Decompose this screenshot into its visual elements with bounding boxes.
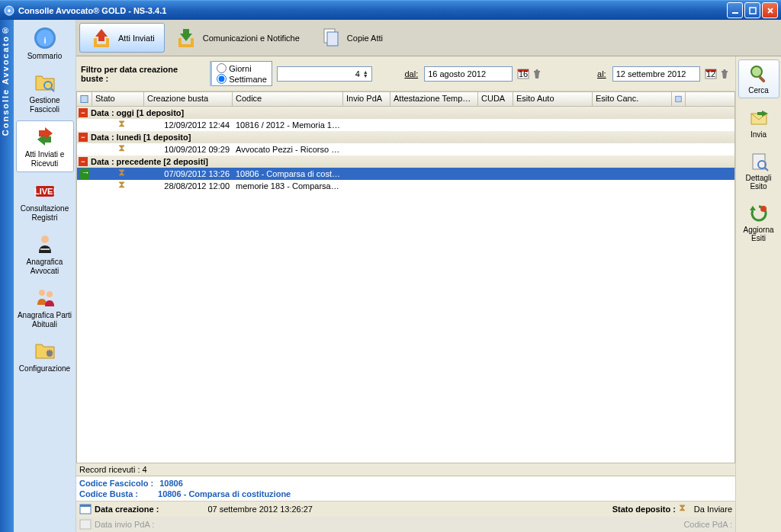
radio-giorni[interactable]: Giorni [217, 63, 267, 73]
nav-consultazione-registri[interactable]: LIVE! Consultazione Registri [16, 175, 74, 226]
table-row[interactable]: 28/08/2012 12:00memorie 183 - Comparsa d… [77, 180, 734, 192]
svg-point-17 [47, 291, 53, 297]
tab-comunicazioni[interactable]: Comunicazioni e Notifiche [165, 23, 309, 53]
filter-bar: Filtro per data creazione buste : Giorni… [76, 56, 735, 91]
lawyer-icon [33, 232, 57, 256]
tab-copie-atti[interactable]: Copie Atti [309, 23, 392, 53]
navigation-sidebar: i Sommario Gestione Fascicoli Atti Invia… [14, 20, 76, 532]
column-esito-auto[interactable]: Esito Auto [513, 92, 593, 106]
codice-busta-value: 10806 - Comparsa di costituzione [158, 489, 291, 498]
outbox-icon [89, 26, 114, 50]
sent-received-icon [33, 124, 57, 149]
group-row[interactable]: −Data : lunedì [1 deposito] [77, 131, 734, 143]
tool-cerca[interactable]: Cerca [738, 59, 779, 98]
group-row[interactable]: −Data : oggi [1 deposito] [77, 107, 734, 119]
column-codice[interactable]: Codice [233, 92, 343, 106]
collapse-icon[interactable]: − [79, 157, 88, 166]
inbox-icon [174, 26, 198, 50]
status-bar: Record ricevuti : 4 [76, 463, 735, 476]
column-esito-canc[interactable]: Esito Canc. [593, 92, 672, 106]
svg-rect-32 [80, 505, 91, 507]
details-pane: Codice Fascicolo : 10806 Codice Busta : … [76, 476, 735, 501]
details-icon [748, 151, 770, 172]
svg-rect-15 [40, 248, 50, 250]
group-title: Data : oggi [1 deposito] [91, 108, 184, 117]
codice-busta-label: Codice Busta : [79, 489, 138, 498]
codice-pda-label: Codice PdA : [683, 520, 732, 529]
table-row[interactable]: 07/09/2012 13:2610806 - Comparsa di cost… [77, 168, 734, 180]
svg-text:12: 12 [706, 69, 715, 79]
grid-header: Stato Creazione busta Codice Invio PdA A… [76, 91, 735, 107]
svg-rect-30 [676, 96, 682, 102]
tool-invia[interactable]: Invia [738, 104, 779, 142]
nav-atti-inviati-ricevuti[interactable]: Atti Inviati e Ricevuti [16, 120, 74, 172]
settings-icon [33, 338, 57, 363]
tab-bar: Atti Inviati Comunicazioni e Notifiche C… [76, 20, 781, 56]
column-creazione[interactable]: Creazione busta [144, 92, 233, 106]
date-to-input[interactable]: 12 settembre 2012 [612, 66, 700, 82]
collapse-icon[interactable]: − [79, 133, 88, 142]
right-toolbar: Cerca Invia Dettagli Esito Aggiorna Esit… [735, 56, 781, 532]
nav-anagrafica-avvocati[interactable]: Anagrafica Avvocati [16, 229, 74, 279]
spinner-down[interactable]: ▼ [363, 74, 368, 78]
records-count: Record ricevuti : 4 [79, 465, 147, 474]
minimize-button[interactable] [727, 2, 743, 18]
nav-sommario[interactable]: i Sommario [16, 23, 74, 64]
close-button[interactable] [762, 2, 778, 18]
footer-row-2: Data invio PdA : Codice PdA : [76, 517, 735, 532]
svg-rect-22 [327, 32, 338, 46]
from-label: dal: [404, 69, 418, 79]
radio-settimane[interactable]: Settimane [217, 74, 267, 84]
column-stato[interactable]: Stato [92, 92, 144, 106]
filter-spinner[interactable]: 4 ▲▼ [277, 66, 372, 82]
hourglass-icon [114, 143, 123, 154]
svg-rect-2 [750, 8, 756, 14]
codice-fascicolo-label: Codice Fascicolo : [79, 479, 153, 488]
svg-marker-20 [180, 29, 192, 41]
column-attestazione[interactable]: Attestazione Temporale [390, 92, 478, 106]
nav-anagrafica-parti[interactable]: Anagrafica Parti Abituali [16, 282, 74, 332]
table-row[interactable]: 10/09/2012 09:29Avvocato Pezzi - Ricorso… [77, 143, 734, 155]
hourglass-icon [114, 168, 123, 178]
table-row[interactable]: 12/09/2012 12:4410816 / 2012 - Memoria 1… [77, 119, 734, 131]
grid-body[interactable]: −Data : oggi [1 deposito]12/09/2012 12:4… [76, 107, 735, 463]
nav-configurazione[interactable]: Configurazione [16, 335, 74, 377]
svg-point-34 [751, 66, 762, 77]
hourglass-icon [114, 119, 123, 130]
tool-dettagli-esito[interactable]: Dettagli Esito [738, 148, 779, 194]
column-options[interactable] [672, 92, 686, 106]
column-invio-pda[interactable]: Invio PdA [343, 92, 390, 106]
group-title: Data : lunedì [1 deposito] [91, 133, 191, 142]
svg-marker-41 [750, 206, 756, 210]
svg-marker-19 [95, 29, 108, 41]
app-icon [3, 5, 15, 17]
tool-aggiorna-esiti[interactable]: Aggiorna Esiti [738, 200, 779, 245]
disabled-date-icon [79, 518, 92, 530]
collapse-icon[interactable]: − [79, 108, 88, 117]
group-row[interactable]: −Data : precedente [2 depositi] [77, 155, 734, 168]
svg-rect-35 [758, 75, 766, 83]
svg-point-16 [39, 290, 45, 296]
window-title: Consolle Avvocato® GOLD - NS-3.4.1 [18, 6, 727, 15]
date-from-input[interactable]: 16 agosto 2012 [424, 66, 512, 82]
vertical-brand-bar: Consolle Avvocato® [0, 20, 14, 532]
svg-point-14 [41, 236, 49, 243]
clear-from-icon[interactable] [531, 68, 543, 80]
svg-point-42 [760, 206, 767, 212]
live-icon: LIVE! [33, 178, 57, 203]
people-icon [33, 285, 57, 309]
data-invio-pda-label: Data invio PdA : [95, 520, 154, 529]
nav-gestione-fascicoli[interactable]: Gestione Fascicoli [16, 67, 74, 117]
column-cuda[interactable]: CUDA [478, 92, 513, 106]
stato-deposito-label: Stato deposito : [612, 505, 676, 514]
calendar-to-icon[interactable]: 12 [705, 68, 717, 80]
svg-rect-33 [80, 520, 91, 529]
clear-to-icon[interactable] [718, 68, 731, 80]
tab-atti-inviati[interactable]: Atti Inviati [79, 23, 165, 53]
svg-rect-29 [81, 95, 88, 102]
maximize-button[interactable] [744, 2, 760, 18]
search-icon [748, 63, 770, 85]
calendar-from-icon[interactable]: 16 [517, 68, 529, 80]
data-creazione-value: 07 settembre 2012 13:26:27 [207, 505, 313, 514]
column-icon[interactable] [77, 92, 92, 106]
